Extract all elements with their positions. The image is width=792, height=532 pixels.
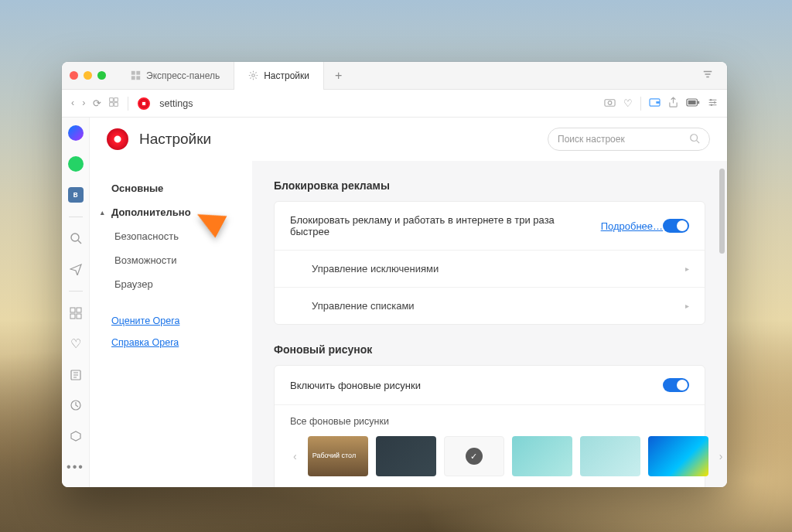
- sidebar-item-basic[interactable]: Основные: [111, 176, 252, 200]
- wallet-icon[interactable]: [649, 97, 661, 110]
- snapshot-icon[interactable]: [604, 97, 616, 111]
- tab-settings[interactable]: Настройки: [234, 62, 324, 90]
- svg-rect-2: [131, 76, 135, 80]
- svg-point-19: [71, 234, 79, 241]
- content-body: Основные Дополнительно Безопасность Возм…: [90, 161, 727, 487]
- back-button[interactable]: ‹: [71, 97, 74, 109]
- divider: [640, 97, 641, 111]
- news-icon[interactable]: [65, 366, 87, 384]
- minimize-button[interactable]: [84, 71, 92, 80]
- settings-search-input[interactable]: Поиск настроек: [548, 128, 710, 151]
- browser-window: Экспресс-панель Настройки + ‹ › ⟳ settin…: [62, 62, 727, 487]
- wallpaper-thumb[interactable]: [580, 436, 640, 476]
- rail-divider: [69, 217, 83, 217]
- learn-more-link[interactable]: Подробнее…: [601, 220, 663, 232]
- reload-button[interactable]: ⟳: [93, 97, 101, 109]
- sidebar-item-browser[interactable]: Браузер: [114, 272, 252, 296]
- adblock-toggle[interactable]: [663, 219, 689, 233]
- sidebar-item-label: Дополнительно: [111, 206, 191, 218]
- svg-rect-0: [131, 71, 135, 75]
- svg-rect-9: [605, 99, 615, 105]
- carousel-prev-button[interactable]: ‹: [290, 450, 300, 462]
- workspaces-icon[interactable]: [65, 304, 87, 322]
- help-opera-link[interactable]: Справка Opera: [111, 332, 252, 353]
- svg-rect-14: [688, 100, 696, 104]
- bookmarks-icon[interactable]: ♡: [65, 335, 87, 353]
- extensions-icon[interactable]: [65, 427, 87, 445]
- svg-rect-23: [77, 314, 81, 319]
- search-icon: [689, 133, 700, 146]
- manage-lists-row[interactable]: Управление списками ▸: [275, 288, 705, 324]
- thumb-label: Рабочий стол: [312, 452, 357, 460]
- tab-menu-button[interactable]: [696, 69, 719, 83]
- svg-point-4: [252, 74, 255, 77]
- svg-rect-22: [70, 314, 75, 319]
- vk-icon[interactable]: в: [65, 186, 87, 204]
- titlebar: Экспресс-панель Настройки +: [62, 62, 727, 90]
- chevron-right-icon: ▸: [685, 302, 689, 310]
- battery-icon[interactable]: [686, 98, 700, 109]
- carousel-next-button[interactable]: ›: [716, 450, 726, 462]
- window-controls: [70, 71, 106, 80]
- forward-button[interactable]: ›: [82, 97, 85, 109]
- tab-speed-dial[interactable]: Экспресс-панель: [117, 62, 234, 90]
- left-rail: в ♡ •••: [62, 118, 90, 487]
- wallpaper-thumb[interactable]: [512, 436, 572, 476]
- history-icon[interactable]: [65, 396, 87, 414]
- maximize-button[interactable]: [97, 71, 106, 80]
- wallpaper-thumb-selected[interactable]: ✓: [444, 436, 504, 476]
- scrollbar[interactable]: [719, 169, 725, 254]
- grid-icon: [131, 70, 141, 80]
- manage-exceptions-row[interactable]: Управление исключениями ▸: [275, 251, 705, 288]
- rail-divider: [69, 291, 83, 292]
- svg-rect-21: [77, 308, 81, 312]
- divider: [128, 97, 128, 111]
- messenger-icon[interactable]: [65, 124, 87, 142]
- section-title-wallpaper: Фоновый рисунок: [274, 343, 705, 356]
- more-icon[interactable]: •••: [65, 458, 87, 476]
- svg-rect-7: [110, 103, 114, 107]
- svg-point-17: [714, 101, 715, 103]
- svg-rect-20: [70, 308, 75, 312]
- close-button[interactable]: [70, 71, 78, 80]
- svg-rect-12: [656, 101, 660, 104]
- wallpaper-thumb[interactable]: [648, 436, 708, 476]
- settings-header: Настройки Поиск настроек: [90, 118, 727, 161]
- search-icon[interactable]: [65, 229, 87, 247]
- url-text[interactable]: settings: [159, 98, 193, 109]
- wallpaper-thumb[interactable]: [376, 436, 436, 476]
- svg-rect-6: [114, 98, 118, 102]
- opera-logo-icon: [138, 97, 150, 110]
- settings-main: Блокировка рекламы Блокировать рекламу и…: [252, 161, 727, 487]
- chevron-right-icon: ▸: [685, 264, 689, 273]
- nav-buttons: ‹ › ⟳: [71, 97, 118, 109]
- page-title: Настройки: [139, 131, 211, 148]
- new-tab-button[interactable]: +: [324, 69, 353, 83]
- tab-label: Экспресс-панель: [146, 70, 220, 81]
- wallpaper-card: Включить фоновые рисунки Все фоновые рис…: [274, 365, 705, 487]
- adblock-toggle-row: Блокировать рекламу и работать в интерне…: [275, 202, 705, 251]
- all-wallpapers-label: Все фоновые рисунки: [290, 416, 689, 427]
- send-icon[interactable]: [65, 260, 87, 278]
- content-wrap: Настройки Поиск настроек Основные Дополн…: [90, 118, 727, 487]
- filter-icon: [702, 69, 713, 80]
- wallpaper-carousel: ‹ Рабочий стол ✓ ›: [290, 436, 689, 476]
- wallpapers-section: Все фоновые рисунки ‹ Рабочий стол ✓ ›: [275, 405, 705, 487]
- speed-dial-button[interactable]: [109, 97, 118, 109]
- svg-point-26: [691, 134, 698, 141]
- whatsapp-icon[interactable]: [65, 155, 87, 173]
- svg-point-18: [711, 104, 712, 105]
- wallpaper-thumb-desktop[interactable]: Рабочий стол: [308, 436, 368, 476]
- addrbar-actions: ♡: [604, 97, 718, 111]
- address-bar: ‹ › ⟳ settings ♡: [62, 90, 727, 118]
- heart-icon[interactable]: ♡: [623, 97, 633, 109]
- row-label: Управление списками: [312, 300, 415, 312]
- svg-rect-8: [114, 103, 118, 107]
- row-label: Управление исключениями: [312, 263, 439, 275]
- share-icon[interactable]: [668, 97, 678, 111]
- easy-setup-icon[interactable]: [708, 97, 718, 110]
- wallpaper-toggle[interactable]: [663, 378, 689, 392]
- rate-opera-link[interactable]: Оцените Opera: [111, 310, 252, 332]
- adblock-card: Блокировать рекламу и работать в интерне…: [274, 201, 705, 325]
- svg-rect-1: [136, 71, 140, 75]
